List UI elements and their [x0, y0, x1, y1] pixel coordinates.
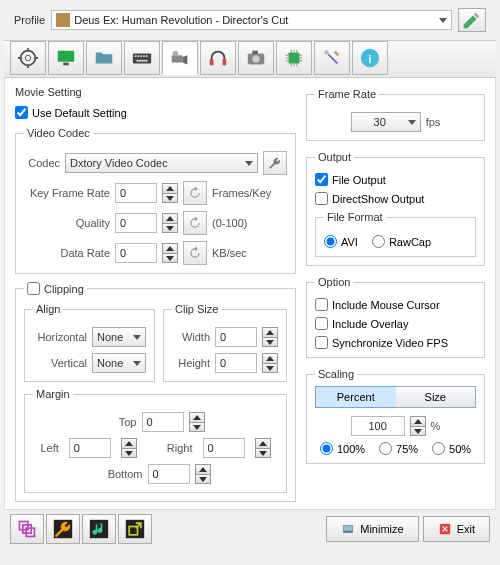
tab-tools[interactable]	[314, 41, 350, 75]
margin-left-spinner[interactable]	[121, 438, 137, 458]
clipsize-group: Clip Size Width Height	[163, 303, 287, 382]
rawcap-radio[interactable]: RawCap	[372, 235, 431, 248]
datarate-spinner[interactable]	[162, 243, 178, 263]
scale-100-radio[interactable]: 100%	[320, 442, 365, 455]
svg-rect-9	[146, 55, 148, 57]
minimize-label: Minimize	[360, 523, 403, 535]
tab-info[interactable]: i	[352, 41, 388, 75]
framerate-select[interactable]: 30	[351, 112, 421, 132]
margin-right-spinner[interactable]	[255, 438, 271, 458]
quality-reset-button[interactable]	[183, 211, 207, 235]
margin-top-input[interactable]	[142, 412, 184, 432]
edit-profile-button[interactable]	[458, 8, 486, 32]
codec-label: Codec	[24, 157, 60, 169]
margin-group: Margin Top Left Right Bottom	[24, 388, 287, 493]
chevron-down-icon	[245, 161, 253, 166]
pencil-icon	[461, 9, 483, 31]
scaling-input[interactable]	[351, 416, 405, 436]
framerate-title: Frame Rate	[315, 88, 379, 100]
avi-radio[interactable]: AVI	[324, 235, 358, 248]
tab-audio[interactable]	[200, 41, 236, 75]
directshow-checkbox[interactable]: DirectShow Output	[315, 192, 476, 205]
framerate-value: 30	[356, 116, 404, 128]
margin-right-input[interactable]	[203, 438, 245, 458]
margin-top-spinner[interactable]	[189, 412, 205, 432]
tab-monitor[interactable]	[48, 41, 84, 75]
overlay-checkbox[interactable]: Include Overlay	[315, 317, 476, 330]
keyframe-reset-button[interactable]	[183, 181, 207, 205]
option-group: Option Include Mouse Cursor Include Over…	[306, 276, 485, 358]
note-icon	[89, 519, 109, 539]
use-default-checkbox[interactable]: Use Default Setting	[15, 106, 296, 119]
crosshair-icon	[17, 47, 39, 69]
height-input[interactable]	[215, 353, 257, 373]
scaling-percent-button[interactable]: Percent	[315, 386, 397, 408]
margin-title: Margin	[33, 388, 73, 400]
align-v-select[interactable]: None	[92, 353, 146, 373]
align-h-value: None	[97, 331, 129, 343]
footer-stack-button[interactable]	[10, 514, 44, 544]
tab-keyboard[interactable]	[124, 41, 160, 75]
footer-export-button[interactable]	[118, 514, 152, 544]
headphones-icon	[207, 47, 229, 69]
close-icon	[438, 522, 452, 536]
info-icon: i	[359, 47, 381, 69]
profile-select[interactable]: Deus Ex: Human Revolution - Director's C…	[51, 10, 452, 30]
sync-checkbox[interactable]: Synchronize Video FPS	[315, 336, 476, 349]
tab-advanced[interactable]	[276, 41, 312, 75]
video-codec-title: Video Codec	[24, 127, 93, 139]
scaling-size-button[interactable]: Size	[396, 387, 476, 407]
datarate-reset-button[interactable]	[183, 241, 207, 265]
minimize-icon	[341, 522, 355, 536]
svg-rect-5	[135, 55, 137, 57]
clipping-checkbox[interactable]: Clipping	[27, 282, 84, 295]
profile-value: Deus Ex: Human Revolution - Director's C…	[74, 14, 435, 26]
scaling-spinner[interactable]	[410, 416, 426, 436]
framerate-group: Frame Rate 30fps	[306, 88, 485, 141]
codec-config-button[interactable]	[263, 151, 287, 175]
margin-left-input[interactable]	[69, 438, 111, 458]
minimize-button[interactable]: Minimize	[326, 516, 418, 542]
margin-bottom-input[interactable]	[148, 464, 190, 484]
scale-50-radio[interactable]: 50%	[432, 442, 471, 455]
mouse-checkbox[interactable]: Include Mouse Cursor	[315, 298, 476, 311]
quality-spinner[interactable]	[162, 213, 178, 233]
export-icon	[125, 519, 145, 539]
keyframe-spinner[interactable]	[162, 183, 178, 203]
scale-50-label: 50%	[449, 443, 471, 455]
footer-wrench-button[interactable]	[46, 514, 80, 544]
height-spinner[interactable]	[262, 353, 278, 373]
quality-input[interactable]	[115, 213, 157, 233]
datarate-input[interactable]	[115, 243, 157, 263]
camera-icon	[245, 47, 267, 69]
keyframe-input[interactable]	[115, 183, 157, 203]
tab-folder[interactable]	[86, 41, 122, 75]
codec-select[interactable]: Dxtory Video Codec	[65, 153, 258, 173]
scale-75-radio[interactable]: 75%	[379, 442, 418, 455]
svg-rect-4	[133, 53, 151, 63]
scaling-group: Scaling Percent Size % 100% 75% 50%	[306, 368, 485, 464]
tab-movie[interactable]	[162, 41, 198, 75]
file-output-label: File Output	[332, 174, 386, 186]
game-icon	[56, 13, 70, 27]
align-group: Align HorizontalNone VerticalNone	[24, 303, 155, 382]
tab-toolbar: i	[4, 40, 496, 78]
width-input[interactable]	[215, 327, 257, 347]
margin-bottom-spinner[interactable]	[195, 464, 211, 484]
tab-target[interactable]	[10, 41, 46, 75]
svg-rect-17	[252, 51, 258, 55]
svg-rect-2	[58, 51, 75, 62]
width-spinner[interactable]	[262, 327, 278, 347]
use-default-label: Use Default Setting	[32, 107, 127, 119]
exit-button[interactable]: Exit	[423, 516, 490, 542]
keyboard-icon	[131, 47, 153, 69]
tab-screenshot[interactable]	[238, 41, 274, 75]
svg-rect-7	[140, 55, 142, 57]
align-v-value: None	[97, 357, 129, 369]
file-output-checkbox[interactable]: File Output	[315, 173, 476, 186]
footer-play-button[interactable]	[82, 514, 116, 544]
stack-icon	[17, 519, 37, 539]
quality-unit: (0-100)	[212, 217, 247, 229]
directshow-label: DirectShow Output	[332, 193, 424, 205]
align-h-select[interactable]: None	[92, 327, 146, 347]
